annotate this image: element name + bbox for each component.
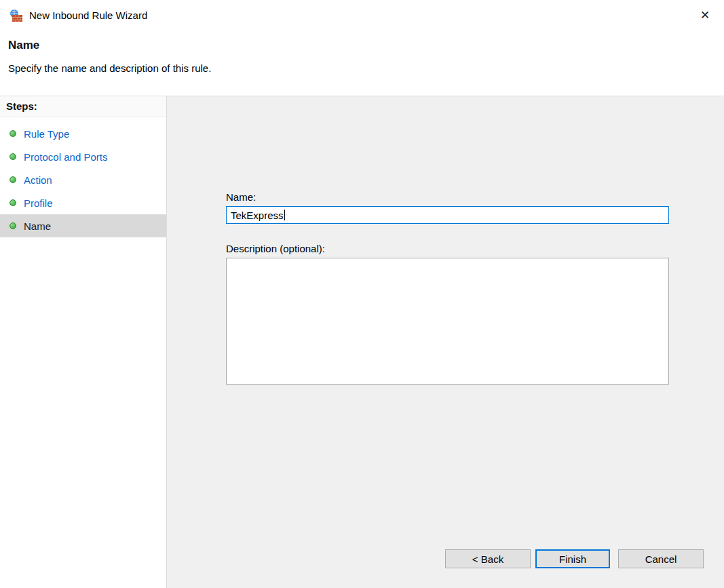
name-input[interactable]: TekExpress [226,206,669,224]
step-bullet-icon [9,199,16,206]
wizard-footer-buttons: < Back Finish Cancel [445,549,704,568]
step-label: Profile [24,197,53,209]
firewall-icon [9,9,23,22]
step-item-name[interactable]: Name [0,214,166,237]
step-bullet-icon [9,130,16,137]
text-caret [284,210,285,220]
name-input-value: TekExpress [231,210,284,221]
close-icon: ✕ [700,9,710,22]
description-input[interactable] [226,258,669,385]
name-field-label: Name: [226,191,256,203]
step-item-rule-type[interactable]: Rule Type [0,122,166,145]
step-label: Protocol and Ports [24,151,107,163]
step-label: Name [24,220,51,232]
cancel-button[interactable]: Cancel [618,549,704,568]
page-title: Name [8,39,724,52]
page-subtitle: Specify the name and description of this… [8,62,724,74]
wizard-body: Steps: Rule Type Protocol and Ports Acti… [0,96,724,588]
steps-sidebar: Steps: Rule Type Protocol and Ports Acti… [0,96,167,588]
titlebar: New Inbound Rule Wizard ✕ [0,0,724,31]
step-bullet-icon [9,153,16,160]
wizard-window: New Inbound Rule Wizard ✕ Name Specify t… [0,0,724,588]
step-item-profile[interactable]: Profile [0,191,166,214]
back-button[interactable]: < Back [445,549,531,568]
step-bullet-icon [9,222,16,229]
content-pane: Name: TekExpress Description (optional):… [167,96,724,588]
wizard-header: Name Specify the name and description of… [0,31,724,96]
step-label: Action [24,174,52,186]
steps-list: Rule Type Protocol and Ports Action Prof… [0,122,166,237]
description-field-label: Description (optional): [226,243,325,254]
finish-button[interactable]: Finish [535,549,610,568]
step-bullet-icon [9,176,16,183]
steps-heading: Steps: [0,96,166,117]
step-item-action[interactable]: Action [0,168,166,191]
close-button[interactable]: ✕ [694,5,716,26]
window-title: New Inbound Rule Wizard [29,9,147,21]
step-label: Rule Type [24,128,69,140]
step-item-protocol-and-ports[interactable]: Protocol and Ports [0,145,166,168]
